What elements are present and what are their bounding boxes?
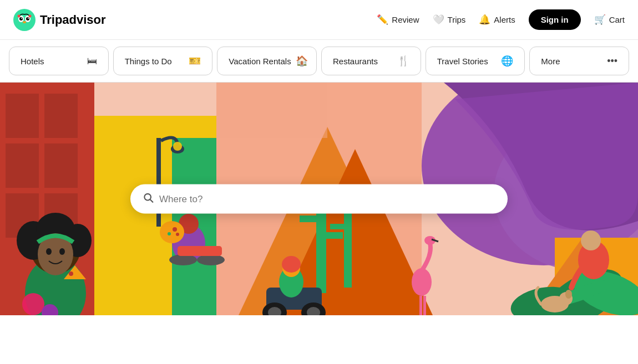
svg-rect-43 bbox=[178, 246, 222, 256]
svg-rect-74 bbox=[216, 83, 327, 138]
svg-rect-27 bbox=[330, 224, 344, 229]
tab-hotels[interactable]: Hotels 🛏 bbox=[9, 47, 109, 75]
svg-rect-13 bbox=[44, 94, 78, 138]
svg-point-73 bbox=[173, 142, 182, 151]
svg-rect-15 bbox=[44, 143, 78, 188]
svg-point-77 bbox=[565, 290, 572, 299]
svg-rect-36 bbox=[419, 296, 422, 315]
logo-text: Tripadvisor bbox=[40, 13, 106, 27]
svg-rect-12 bbox=[6, 94, 39, 138]
vacation-icon: 🏠 bbox=[296, 55, 308, 67]
svg-point-5 bbox=[21, 18, 22, 19]
svg-point-6 bbox=[28, 18, 29, 19]
logo[interactable]: Tripadvisor bbox=[13, 9, 106, 31]
svg-point-45 bbox=[173, 227, 177, 232]
restaurants-icon: 🍴 bbox=[397, 55, 409, 67]
svg-point-8 bbox=[18, 14, 21, 17]
tab-vacation-rentals[interactable]: Vacation Rentals 🏠 bbox=[217, 47, 317, 75]
tab-restaurants-label: Restaurants bbox=[333, 57, 378, 66]
things-icon: 🎫 bbox=[189, 55, 201, 67]
tab-more[interactable]: More ••• bbox=[529, 47, 629, 75]
tab-restaurants[interactable]: Restaurants 🍴 bbox=[321, 47, 421, 75]
header-nav: ✏️ Review 🤍 Trips 🔔 Alerts Sign in 🛒 Car… bbox=[377, 9, 625, 30]
svg-point-47 bbox=[176, 233, 179, 236]
svg-point-7 bbox=[23, 21, 26, 23]
tab-things-to-do[interactable]: Things to Do 🎫 bbox=[113, 47, 213, 75]
svg-point-0 bbox=[13, 9, 36, 31]
svg-rect-24 bbox=[300, 216, 316, 222]
alerts-nav-item[interactable]: 🔔 Alerts bbox=[479, 14, 515, 25]
cart-nav-item[interactable]: 🛒 Cart bbox=[594, 14, 625, 25]
tab-travel-stories[interactable]: Travel Stories 🌐 bbox=[426, 47, 525, 75]
svg-point-9 bbox=[29, 14, 32, 17]
tab-travel-label: Travel Stories bbox=[437, 57, 488, 66]
svg-point-3 bbox=[19, 17, 23, 20]
tab-things-label: Things to Do bbox=[125, 57, 172, 66]
cart-icon: 🛒 bbox=[594, 14, 606, 25]
svg-point-70 bbox=[282, 256, 301, 273]
signin-button[interactable]: Sign in bbox=[529, 9, 581, 30]
review-nav-item[interactable]: ✏️ Review bbox=[377, 14, 419, 25]
trips-icon: 🤍 bbox=[433, 14, 444, 25]
tab-hotels-label: Hotels bbox=[21, 57, 44, 66]
travel-icon: 🌐 bbox=[501, 55, 513, 67]
svg-point-55 bbox=[59, 248, 65, 255]
trips-nav-item[interactable]: 🤍 Trips bbox=[433, 14, 466, 25]
cart-label: Cart bbox=[609, 15, 625, 24]
hotels-icon: 🛏 bbox=[87, 55, 97, 67]
search-icon bbox=[143, 192, 154, 206]
search-overlay bbox=[130, 184, 508, 214]
review-label: Review bbox=[392, 15, 419, 24]
svg-point-4 bbox=[26, 17, 29, 20]
svg-point-58 bbox=[22, 293, 44, 315]
alerts-icon: 🔔 bbox=[479, 14, 490, 25]
review-icon: ✏️ bbox=[377, 14, 388, 25]
search-bar bbox=[130, 184, 508, 214]
svg-point-44 bbox=[160, 221, 184, 243]
svg-point-61 bbox=[581, 230, 601, 250]
svg-point-46 bbox=[168, 232, 171, 235]
category-bar: Hotels 🛏 Things to Do 🎫 Vacation Rentals… bbox=[0, 40, 638, 83]
header: Tripadvisor ✏️ Review 🤍 Trips 🔔 Alerts S… bbox=[0, 0, 638, 40]
tab-more-label: More bbox=[541, 57, 560, 66]
svg-rect-37 bbox=[423, 296, 426, 315]
search-input[interactable] bbox=[159, 193, 495, 204]
logo-icon bbox=[13, 9, 36, 31]
svg-rect-25 bbox=[326, 232, 343, 239]
svg-rect-14 bbox=[6, 143, 39, 188]
tab-vacation-label: Vacation Rentals bbox=[229, 57, 291, 66]
hero-section bbox=[0, 83, 638, 315]
alerts-label: Alerts bbox=[494, 15, 515, 24]
trips-label: Trips bbox=[448, 15, 466, 24]
svg-point-54 bbox=[46, 248, 52, 255]
svg-rect-26 bbox=[344, 204, 352, 288]
svg-line-79 bbox=[150, 199, 153, 202]
svg-point-57 bbox=[69, 271, 73, 276]
more-icon: ••• bbox=[607, 55, 617, 67]
